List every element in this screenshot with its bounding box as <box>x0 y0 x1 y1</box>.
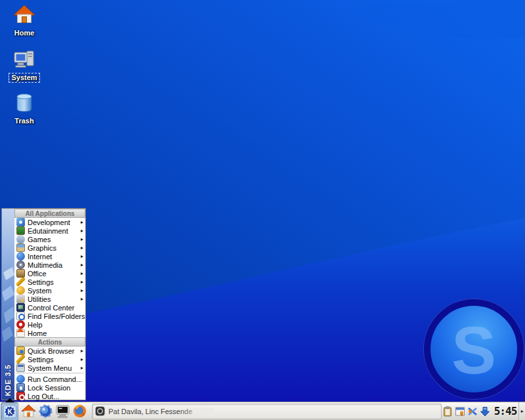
kde-gear-logo-icon: K <box>3 404 17 419</box>
menu-item-games[interactable]: Games ▸ <box>14 235 85 243</box>
menu-section-header: All Applications <box>14 209 85 218</box>
development-icon <box>16 218 25 226</box>
menu-item-help[interactable]: Help <box>14 320 85 329</box>
home-launcher-icon <box>21 404 36 419</box>
kmenu-open-indicator-icon <box>5 398 14 402</box>
system-menu-window-icon <box>16 364 25 372</box>
panel-clock[interactable]: 5:45 <box>494 405 517 417</box>
submenu-arrow-icon: ▸ <box>81 245 83 251</box>
desktop: S Home System <box>0 0 525 402</box>
office-case-icon <box>16 269 25 278</box>
submenu-arrow-icon: ▸ <box>81 262 83 268</box>
menu-item-control-center[interactable]: Control Center <box>14 303 85 312</box>
organizer-reminder-icon[interactable] <box>454 405 467 417</box>
home-house-icon <box>16 329 25 337</box>
gears-artwork <box>2 266 14 345</box>
kmenu-button[interactable]: K <box>1 402 18 420</box>
menu-item-system[interactable]: System ▸ <box>14 286 85 295</box>
graphics-icon <box>16 243 25 252</box>
download-manager-icon[interactable] <box>479 405 492 417</box>
desktop-icon-label: Home <box>12 29 37 37</box>
klipper-clipboard-icon[interactable] <box>442 405 454 417</box>
menu-separator <box>14 372 85 375</box>
trash-icon <box>13 92 35 114</box>
control-center-monitor-icon <box>16 303 25 312</box>
edutainment-icon <box>16 226 25 235</box>
submenu-arrow-icon: ▸ <box>81 228 83 234</box>
desktop-icon-label: System <box>9 73 39 83</box>
lock-session-icon <box>16 383 25 392</box>
logout-power-icon <box>16 392 25 400</box>
desktop-icon-system[interactable]: System <box>0 49 49 83</box>
menu-item-settings-action[interactable]: Settings ▸ <box>14 355 85 364</box>
menu-item-graphics[interactable]: Graphics ▸ <box>14 243 85 252</box>
internet-globe-icon <box>16 252 25 261</box>
kmenu-branding-strip: KDE 3.5 <box>2 209 14 400</box>
menu-item-edutainment[interactable]: Edutainment ▸ <box>14 226 85 235</box>
quick-browser-folder-icon <box>16 346 25 355</box>
tllts-show-icon <box>95 406 105 416</box>
menu-item-run-command[interactable]: Run Command... <box>14 375 85 383</box>
desktop-icon-trash[interactable]: Trash <box>0 92 49 126</box>
hide-arrow-icon: ▸ <box>521 409 524 414</box>
multimedia-cd-icon <box>16 261 25 269</box>
quicklaunch-konsole[interactable] <box>54 403 71 420</box>
menu-item-settings[interactable]: Settings ▸ <box>14 278 85 286</box>
quicklaunch-firefox[interactable] <box>71 403 88 420</box>
network-transfer-icon[interactable] <box>467 405 479 417</box>
submenu-arrow-icon: ▸ <box>81 254 83 259</box>
menu-item-lock-session[interactable]: Lock Session <box>14 383 85 392</box>
submenu-arrow-icon: ▸ <box>81 280 83 285</box>
firefox-icon <box>72 404 87 419</box>
skype-logo-watermark: S <box>421 297 525 402</box>
submenu-arrow-icon: ▸ <box>81 348 83 354</box>
utilities-tools-icon <box>16 295 25 303</box>
settings-wrench-icon <box>16 355 25 364</box>
menu-item-utilities[interactable]: Utilities ▸ <box>14 295 85 303</box>
find-files-magnifier-icon <box>16 312 25 320</box>
submenu-arrow-icon: ▸ <box>81 288 83 293</box>
kde-version-label: KDE 3.5 <box>4 364 12 396</box>
desktop-icon-home[interactable]: Home <box>0 4 49 38</box>
menu-item-multimedia[interactable]: Multimedia ▸ <box>14 261 85 269</box>
quicklaunch-konqueror[interactable] <box>37 403 54 420</box>
settings-wrench-icon <box>16 278 25 286</box>
taskbar-panel: K <box>0 402 525 420</box>
submenu-arrow-icon: ▸ <box>81 271 83 276</box>
computer-icon <box>13 49 35 71</box>
submenu-arrow-icon: ▸ <box>81 357 83 362</box>
system-tray <box>442 405 492 417</box>
quicklaunch-home[interactable] <box>20 403 37 420</box>
konqueror-globe-icon <box>38 404 53 419</box>
svg-text:K: K <box>7 408 12 415</box>
kmenu-popup: KDE 3.5 All Applications Development ▸ E… <box>1 208 86 400</box>
submenu-arrow-icon: ▸ <box>81 366 83 371</box>
task-label-fade <box>177 408 213 415</box>
submenu-arrow-icon: ▸ <box>81 237 83 242</box>
menu-item-development[interactable]: Development ▸ <box>14 218 85 226</box>
home-folder-icon <box>13 4 35 26</box>
menu-item-find-files[interactable]: Find Files/Folders <box>14 312 85 320</box>
submenu-arrow-icon: ▸ <box>81 297 83 302</box>
run-command-icon <box>16 375 25 383</box>
menu-section-header: Actions <box>14 337 85 346</box>
panel-hide-button[interactable]: ▸ <box>518 402 525 420</box>
menu-item-system-menu[interactable]: System Menu ▸ <box>14 364 85 372</box>
games-icon <box>16 235 25 243</box>
menu-item-quick-browser[interactable]: Quick Browser ▸ <box>14 346 85 355</box>
menu-item-internet[interactable]: Internet ▸ <box>14 252 85 261</box>
submenu-arrow-icon: ▸ <box>81 220 83 225</box>
menu-item-home[interactable]: Home <box>14 329 85 337</box>
skype-letter: S <box>452 313 496 388</box>
menu-item-log-out[interactable]: Log Out... <box>14 392 85 400</box>
system-gear-icon <box>16 286 25 295</box>
task-button[interactable]: Pat Davila, Linc Fessende <box>92 404 441 419</box>
desktop-icon-label: Trash <box>12 117 35 125</box>
menu-item-office[interactable]: Office ▸ <box>14 269 85 278</box>
konsole-terminal-icon <box>55 404 70 419</box>
